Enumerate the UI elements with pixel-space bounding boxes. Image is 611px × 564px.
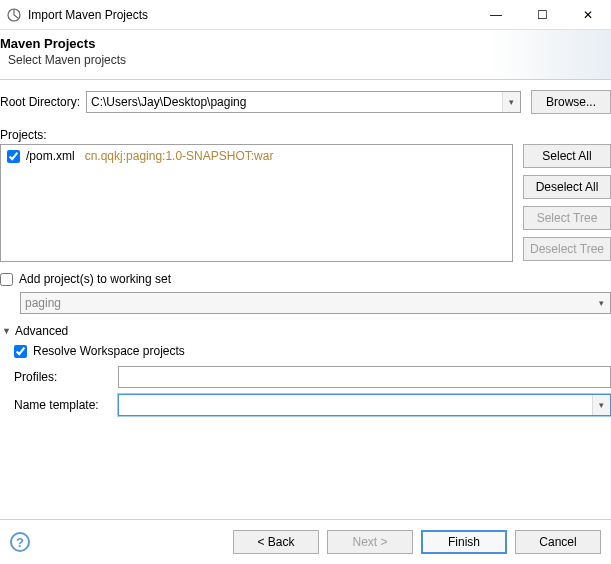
working-set-row: Add project(s) to working set [0, 272, 611, 286]
project-pom: /pom.xml [26, 149, 75, 163]
root-directory-row: Root Directory: C:\Users\Jay\Desktop\pag… [0, 90, 611, 122]
window-title: Import Maven Projects [28, 8, 473, 22]
projects-tree[interactable]: /pom.xml cn.qqkj:paging:1.0-SNAPSHOT:war [0, 144, 513, 262]
triangle-down-icon: ▼ [2, 326, 11, 336]
root-directory-combo[interactable]: C:\Users\Jay\Desktop\paging ▾ [86, 91, 521, 113]
next-button[interactable]: Next > [327, 530, 413, 554]
page-title: Maven Projects [0, 36, 601, 51]
close-button[interactable]: ✕ [565, 0, 611, 29]
minimize-button[interactable]: — [473, 0, 519, 29]
content-area: Root Directory: C:\Users\Jay\Desktop\pag… [0, 80, 611, 422]
finish-button[interactable]: Finish [421, 530, 507, 554]
page-subtitle: Select Maven projects [8, 53, 601, 67]
chevron-down-icon: ▾ [592, 293, 610, 313]
back-button[interactable]: < Back [233, 530, 319, 554]
deselect-tree-button[interactable]: Deselect Tree [523, 237, 611, 261]
resolve-workspace-label: Resolve Workspace projects [33, 344, 185, 358]
resolve-workspace-checkbox[interactable] [14, 345, 27, 358]
profiles-input[interactable] [118, 366, 611, 388]
browse-button[interactable]: Browse... [531, 90, 611, 114]
window-controls: — ☐ ✕ [473, 0, 611, 29]
working-set-value: paging [21, 296, 592, 310]
name-template-label: Name template: [14, 398, 114, 412]
working-set-checkbox[interactable] [0, 273, 13, 286]
root-directory-value: C:\Users\Jay\Desktop\paging [87, 95, 502, 109]
chevron-down-icon: ▾ [502, 92, 520, 112]
profiles-row: Profiles: [14, 366, 611, 388]
app-icon [6, 7, 22, 23]
root-directory-label: Root Directory: [0, 95, 80, 109]
advanced-toggle[interactable]: ▼ Advanced [2, 324, 611, 338]
working-set-label: Add project(s) to working set [19, 272, 171, 286]
project-checkbox[interactable] [7, 150, 20, 163]
project-item[interactable]: /pom.xml cn.qqkj:paging:1.0-SNAPSHOT:war [7, 149, 506, 163]
project-gav: cn.qqkj:paging:1.0-SNAPSHOT:war [85, 149, 274, 163]
help-icon[interactable]: ? [10, 532, 30, 552]
name-template-row: Name template: ▾ [14, 394, 611, 416]
resolve-workspace-row: Resolve Workspace projects [14, 344, 611, 358]
chevron-down-icon: ▾ [592, 395, 610, 415]
maximize-button[interactable]: ☐ [519, 0, 565, 29]
deselect-all-button[interactable]: Deselect All [523, 175, 611, 199]
projects-label: Projects: [0, 128, 611, 142]
wizard-header: Maven Projects Select Maven projects [0, 30, 611, 80]
working-set-combo-row: paging ▾ [20, 292, 611, 314]
profiles-label: Profiles: [14, 370, 114, 384]
working-set-combo[interactable]: paging ▾ [20, 292, 611, 314]
name-template-combo[interactable]: ▾ [118, 394, 611, 416]
title-bar: Import Maven Projects — ☐ ✕ [0, 0, 611, 30]
select-tree-button[interactable]: Select Tree [523, 206, 611, 230]
select-all-button[interactable]: Select All [523, 144, 611, 168]
advanced-label: Advanced [15, 324, 68, 338]
projects-side-buttons: Select All Deselect All Select Tree Dese… [523, 144, 611, 262]
cancel-button[interactable]: Cancel [515, 530, 601, 554]
button-bar: ? < Back Next > Finish Cancel [0, 519, 611, 564]
projects-area: /pom.xml cn.qqkj:paging:1.0-SNAPSHOT:war… [0, 144, 611, 262]
